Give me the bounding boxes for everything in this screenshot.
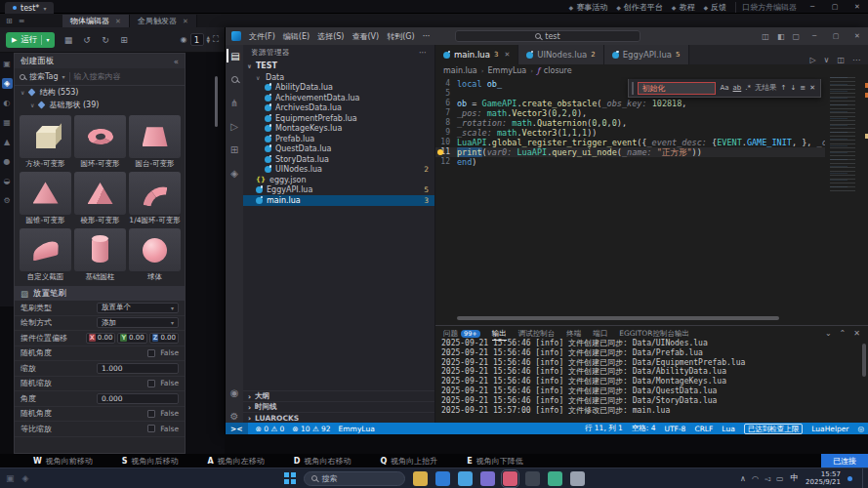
chevron-down-icon[interactable]: ▾ bbox=[46, 36, 49, 43]
status-item[interactable]: UTF-8 bbox=[665, 425, 686, 433]
output-log[interactable]: 2025-09-21 15:56:46 [info] 文件创建已同步: Data… bbox=[441, 339, 858, 421]
editor-tab[interactable]: main.lua3✕ bbox=[435, 45, 518, 64]
account-icon[interactable]: ◉ bbox=[227, 386, 242, 399]
close-icon[interactable]: ✕ bbox=[850, 3, 864, 11]
menu-item[interactable]: 文件(F) bbox=[245, 31, 279, 42]
redo-icon[interactable]: ↻ bbox=[98, 32, 112, 47]
corner-app-icon-1[interactable]: ▣ bbox=[6, 473, 15, 483]
shape-item[interactable]: 圆台-可变形 bbox=[129, 115, 181, 169]
remote-explorer-icon[interactable]: ◈ bbox=[227, 166, 242, 180]
remote-indicator[interactable]: >< bbox=[226, 423, 248, 434]
code-line[interactable]: 6ob = GameAPI.create_obstacle(_obs_key: … bbox=[435, 99, 825, 108]
player-count-stepper[interactable]: ▲▼ bbox=[207, 36, 210, 44]
hidden-icons-chevron[interactable]: ∧ bbox=[740, 474, 746, 483]
find-input[interactable] bbox=[638, 82, 716, 95]
shape-item[interactable]: 棱形-可变形 bbox=[74, 172, 126, 225]
menu-item[interactable]: 查看(V) bbox=[348, 31, 383, 42]
taskbar-app-5[interactable] bbox=[503, 471, 517, 486]
maximize-icon[interactable]: ▢ bbox=[829, 32, 843, 40]
tree-item[interactable]: QuestData.lua bbox=[243, 144, 434, 155]
shape-item[interactable]: 1/4圆环-可变形 bbox=[129, 172, 181, 225]
settings-gear-icon[interactable]: ⚙ bbox=[227, 409, 242, 423]
search-tag-label[interactable]: 搜索Tag bbox=[29, 71, 59, 82]
toggle-panel-icon[interactable]: ◫ bbox=[762, 32, 769, 41]
category-group[interactable]: ∨结构 (553) bbox=[15, 86, 185, 99]
explorer-icon[interactable]: ▤ bbox=[227, 49, 242, 62]
z-input[interactable]: Z0.00 bbox=[149, 333, 179, 344]
search-input[interactable]: 输入搜索内容 bbox=[74, 71, 121, 82]
run-file-icon[interactable]: ▷ bbox=[809, 56, 815, 64]
show-desktop-button[interactable] bbox=[862, 468, 864, 488]
menu-icon[interactable]: ≡ bbox=[19, 17, 25, 25]
shapes-tool-icon[interactable]: ◈ bbox=[2, 78, 13, 89]
layout-icon[interactable]: ▢ bbox=[792, 32, 800, 41]
duplicate-icon[interactable]: ⊞ bbox=[116, 32, 131, 47]
more-actions-icon[interactable]: ⋯ bbox=[419, 48, 427, 57]
breadcrumb-item[interactable]: closure bbox=[544, 66, 572, 75]
horizontal-scrollbar[interactable] bbox=[457, 316, 779, 320]
checkbox[interactable] bbox=[147, 410, 155, 418]
minimize-icon[interactable]: ─ bbox=[807, 32, 821, 40]
notification-badge[interactable] bbox=[847, 476, 852, 481]
light-tool-icon[interactable]: ◐ bbox=[2, 98, 13, 108]
prefab-tool-icon[interactable]: ▲ bbox=[2, 137, 13, 147]
taskbar-app-6[interactable] bbox=[525, 471, 540, 486]
dropdown[interactable]: 添加▾ bbox=[97, 317, 179, 328]
tree-item[interactable]: MontageKeys.lua bbox=[243, 124, 434, 135]
shape-item[interactable]: 球体 bbox=[129, 228, 181, 282]
close-icon[interactable]: ✕ bbox=[853, 329, 860, 338]
status-item[interactable]: ⊗ 0 ⚠ 0 bbox=[256, 425, 285, 433]
code-line[interactable]: 10LuaAPI.global_register_trigger_event({… bbox=[435, 138, 825, 147]
next-match-icon[interactable]: ↓ bbox=[790, 84, 796, 92]
status-item[interactable]: LuaHelper bbox=[811, 425, 848, 433]
code-line[interactable]: 12end) bbox=[435, 157, 825, 167]
prev-match-icon[interactable]: ↑ bbox=[781, 84, 787, 92]
code-line[interactable]: 8_rotation: math.Quaternion(0,0,0), bbox=[435, 118, 825, 128]
status-item[interactable]: CRLF bbox=[694, 425, 713, 433]
status-item[interactable]: 行 11, 列 1 bbox=[585, 424, 623, 433]
x-input[interactable]: X0.00 bbox=[86, 333, 116, 344]
chevron-down-icon[interactable]: ▾ bbox=[62, 73, 65, 80]
run-button[interactable]: ▶ 运行 ▾ bbox=[6, 32, 55, 48]
search-icon[interactable] bbox=[227, 72, 242, 86]
start-button[interactable] bbox=[284, 472, 296, 484]
minimap[interactable] bbox=[830, 77, 863, 192]
titlebar-link[interactable]: ◆创作者平台 bbox=[616, 2, 663, 13]
volume-icon[interactable]: ◅ bbox=[765, 474, 770, 483]
whole-word-icon[interactable]: ab bbox=[733, 84, 742, 92]
fullscreen-icon[interactable]: ⛶ bbox=[213, 34, 219, 45]
taskbar-search[interactable]: 搜索 bbox=[304, 471, 405, 486]
dropdown-icon[interactable]: ∨ bbox=[824, 56, 830, 64]
grid-menu-icon[interactable]: ⊞ bbox=[6, 17, 13, 25]
checkbox[interactable] bbox=[147, 425, 155, 432]
tree-item[interactable]: Prefab.lua bbox=[243, 134, 434, 144]
project-tab[interactable]: test* ▾ bbox=[5, 2, 54, 14]
settings-tool-icon[interactable]: ⚙ bbox=[2, 195, 13, 206]
titlebar-link[interactable]: ◆教程 bbox=[672, 2, 695, 13]
status-item[interactable]: 空格: 4 bbox=[632, 424, 656, 433]
app-tab[interactable]: 全局触发器✕ bbox=[130, 15, 197, 27]
menu-item[interactable]: ··· bbox=[419, 32, 434, 41]
match-case-icon[interactable]: Aa bbox=[720, 84, 728, 92]
checkbox[interactable] bbox=[147, 349, 155, 357]
status-item[interactable]: 已达到检查上限 bbox=[744, 424, 804, 434]
close-icon[interactable]: ✕ bbox=[809, 84, 815, 92]
number-input[interactable]: 1.000 bbox=[97, 363, 179, 374]
taskbar-app-2[interactable] bbox=[435, 471, 450, 486]
shape-item[interactable]: 自定义截面 bbox=[20, 228, 71, 282]
titlebar-link[interactable]: ◆反馈 bbox=[703, 2, 726, 13]
run-debug-icon[interactable]: ▷ bbox=[227, 119, 242, 133]
tree-item[interactable]: AchievementData.lua bbox=[243, 93, 434, 103]
menu-item[interactable]: 转到(G) bbox=[383, 31, 418, 42]
editor-tab[interactable]: UINodes.lua2 bbox=[518, 45, 603, 64]
tree-item[interactable]: ∨Data bbox=[243, 72, 434, 83]
tree-item[interactable]: {}eggy.json bbox=[243, 175, 434, 185]
tree-item[interactable]: EquipmentPrefab.lua bbox=[243, 113, 434, 124]
code-line[interactable]: 11print(var0: LuaAPI.query_ui_node(_name… bbox=[435, 147, 825, 157]
find-in-selection-icon[interactable]: ≡ bbox=[800, 84, 806, 92]
editor-tab[interactable]: EggyAPI.lua5 bbox=[604, 45, 689, 64]
battery-icon[interactable]: ▭ bbox=[776, 474, 784, 483]
tree-item[interactable]: StoryData.lua bbox=[243, 154, 434, 165]
shape-item[interactable]: 圆锥-可变形 bbox=[20, 172, 71, 225]
number-input[interactable]: 0.000 bbox=[97, 393, 179, 404]
